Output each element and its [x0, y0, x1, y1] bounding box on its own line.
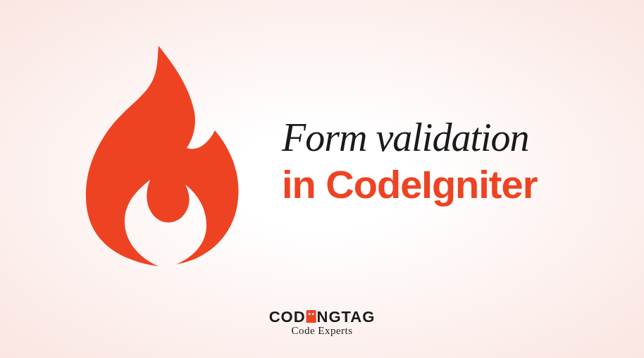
title-line-1: Form validation	[282, 116, 627, 160]
logo-prefix: COD	[269, 308, 306, 326]
brand-logo: CODNGTAG Code Experts	[269, 308, 376, 337]
main-title: Form validation in CodeIgniter	[282, 116, 627, 206]
title-line-2: in CodeIgniter	[282, 163, 627, 206]
logo-text: CODNGTAG	[269, 308, 376, 326]
codeigniter-flame-logo	[67, 42, 250, 268]
logo-tagline: Code Experts	[269, 325, 376, 337]
flame-icon	[67, 42, 250, 268]
logo-i-icon	[306, 310, 316, 323]
logo-suffix: NGTAG	[317, 308, 376, 326]
